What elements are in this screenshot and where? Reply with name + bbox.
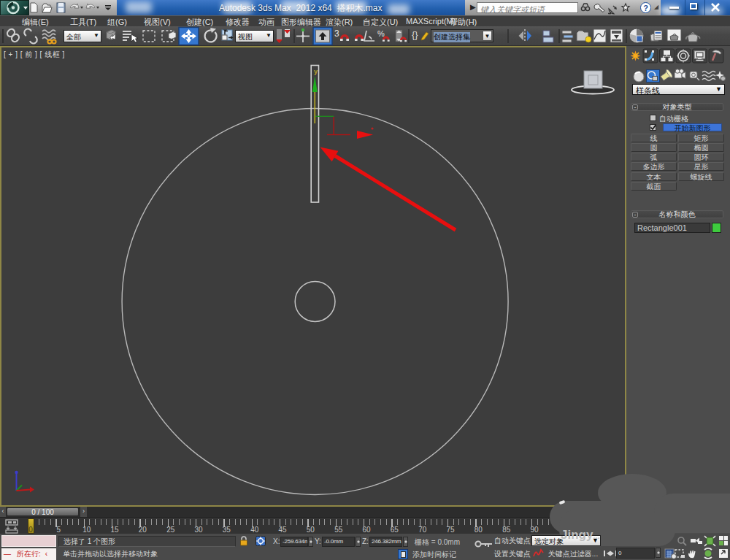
svg-text:3: 3 [334, 28, 339, 39]
svg-text:y: y [314, 68, 318, 75]
svg-text:%: % [377, 29, 385, 38]
svg-text:{}: {} [412, 29, 418, 40]
